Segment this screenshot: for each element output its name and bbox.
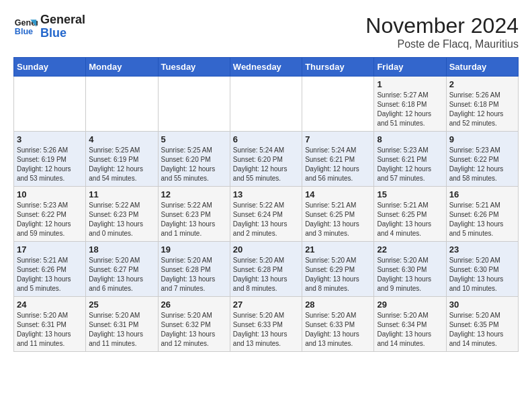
weekday-header: Thursday [302,58,374,77]
calendar-cell: 14Sunrise: 5:21 AM Sunset: 6:25 PM Dayli… [302,187,374,242]
day-info: Sunrise: 5:26 AM Sunset: 6:18 PM Dayligh… [449,91,515,128]
day-info: Sunrise: 5:20 AM Sunset: 6:33 PM Dayligh… [305,311,371,349]
day-number: 3 [17,134,83,144]
day-info: Sunrise: 5:21 AM Sunset: 6:26 PM Dayligh… [449,201,515,238]
calendar-cell: 28Sunrise: 5:20 AM Sunset: 6:33 PM Dayli… [302,297,374,352]
calendar-cell: 5Sunrise: 5:25 AM Sunset: 6:20 PM Daylig… [158,132,230,187]
day-info: Sunrise: 5:20 AM Sunset: 6:34 PM Dayligh… [377,311,443,349]
weekday-header: Monday [86,58,158,77]
day-info: Sunrise: 5:24 AM Sunset: 6:20 PM Dayligh… [233,146,299,183]
page-subtitle: Poste de Flacq, Mauritius [365,38,519,50]
day-info: Sunrise: 5:20 AM Sunset: 6:35 PM Dayligh… [449,311,515,349]
calendar-cell: 11Sunrise: 5:22 AM Sunset: 6:23 PM Dayli… [86,187,158,242]
calendar-header-row: SundayMondayTuesdayWednesdayThursdayFrid… [14,58,519,77]
calendar-cell: 12Sunrise: 5:22 AM Sunset: 6:23 PM Dayli… [158,187,230,242]
day-number: 24 [17,300,83,310]
calendar-cell: 3Sunrise: 5:26 AM Sunset: 6:19 PM Daylig… [14,132,86,187]
day-info: Sunrise: 5:20 AM Sunset: 6:31 PM Dayligh… [89,311,154,349]
day-number: 18 [89,244,154,255]
calendar-cell: 24Sunrise: 5:20 AM Sunset: 6:31 PM Dayli… [14,297,86,352]
calendar-cell: 1Sunrise: 5:27 AM Sunset: 6:18 PM Daylig… [374,77,446,132]
day-number: 21 [305,244,371,255]
day-number: 10 [17,189,83,199]
day-info: Sunrise: 5:20 AM Sunset: 6:28 PM Dayligh… [233,256,299,293]
logo-text-blue: Blue [40,27,85,40]
calendar-cell: 30Sunrise: 5:20 AM Sunset: 6:35 PM Dayli… [446,297,518,352]
day-info: Sunrise: 5:22 AM Sunset: 6:23 PM Dayligh… [161,201,227,238]
day-info: Sunrise: 5:21 AM Sunset: 6:26 PM Dayligh… [17,256,83,293]
day-info: Sunrise: 5:20 AM Sunset: 6:30 PM Dayligh… [377,256,443,293]
weekday-header: Friday [374,58,446,77]
calendar-cell [230,77,302,132]
day-info: Sunrise: 5:25 AM Sunset: 6:20 PM Dayligh… [161,146,227,183]
calendar-cell: 23Sunrise: 5:20 AM Sunset: 6:30 PM Dayli… [446,242,518,297]
day-number: 2 [449,79,515,89]
page-title: November 2024 [365,13,519,38]
weekday-header: Saturday [446,58,518,77]
day-info: Sunrise: 5:21 AM Sunset: 6:25 PM Dayligh… [305,201,371,238]
day-number: 22 [377,244,443,255]
calendar-week-row: 17Sunrise: 5:21 AM Sunset: 6:26 PM Dayli… [14,242,519,297]
day-info: Sunrise: 5:20 AM Sunset: 6:28 PM Dayligh… [161,256,227,293]
day-number: 23 [449,244,515,255]
logo: General Blue General Blue [13,13,85,40]
day-info: Sunrise: 5:24 AM Sunset: 6:21 PM Dayligh… [305,146,371,183]
calendar-cell: 4Sunrise: 5:25 AM Sunset: 6:19 PM Daylig… [86,132,158,187]
calendar-week-row: 3Sunrise: 5:26 AM Sunset: 6:19 PM Daylig… [14,132,519,187]
calendar-cell: 25Sunrise: 5:20 AM Sunset: 6:31 PM Dayli… [86,297,158,352]
calendar-cell: 20Sunrise: 5:20 AM Sunset: 6:28 PM Dayli… [230,242,302,297]
calendar-cell: 8Sunrise: 5:23 AM Sunset: 6:21 PM Daylig… [374,132,446,187]
calendar-cell: 27Sunrise: 5:20 AM Sunset: 6:33 PM Dayli… [230,297,302,352]
day-info: Sunrise: 5:20 AM Sunset: 6:32 PM Dayligh… [161,311,227,349]
calendar-week-row: 1Sunrise: 5:27 AM Sunset: 6:18 PM Daylig… [14,77,519,132]
day-info: Sunrise: 5:25 AM Sunset: 6:19 PM Dayligh… [89,146,154,183]
calendar-cell: 10Sunrise: 5:23 AM Sunset: 6:22 PM Dayli… [14,187,86,242]
day-number: 28 [305,300,371,310]
day-number: 13 [233,189,299,199]
day-number: 7 [305,134,371,144]
day-info: Sunrise: 5:27 AM Sunset: 6:18 PM Dayligh… [377,91,443,128]
calendar-cell: 7Sunrise: 5:24 AM Sunset: 6:21 PM Daylig… [302,132,374,187]
day-info: Sunrise: 5:22 AM Sunset: 6:24 PM Dayligh… [233,201,299,238]
day-number: 12 [161,189,227,199]
calendar-week-row: 24Sunrise: 5:20 AM Sunset: 6:31 PM Dayli… [14,297,519,352]
day-number: 17 [17,244,83,255]
logo-text-general: General [40,13,85,27]
day-number: 29 [377,300,443,310]
calendar-cell: 6Sunrise: 5:24 AM Sunset: 6:20 PM Daylig… [230,132,302,187]
calendar-cell: 2Sunrise: 5:26 AM Sunset: 6:18 PM Daylig… [446,77,518,132]
day-number: 6 [233,134,299,144]
day-info: Sunrise: 5:23 AM Sunset: 6:22 PM Dayligh… [17,201,83,238]
page-header: General Blue General Blue November 2024 … [13,13,519,50]
day-info: Sunrise: 5:23 AM Sunset: 6:22 PM Dayligh… [449,146,515,183]
calendar-cell: 18Sunrise: 5:20 AM Sunset: 6:27 PM Dayli… [86,242,158,297]
calendar-cell: 19Sunrise: 5:20 AM Sunset: 6:28 PM Dayli… [158,242,230,297]
calendar-cell: 15Sunrise: 5:21 AM Sunset: 6:25 PM Dayli… [374,187,446,242]
day-number: 14 [305,189,371,199]
day-number: 9 [449,134,515,144]
calendar-cell [86,77,158,132]
day-number: 26 [161,300,227,310]
calendar-cell: 21Sunrise: 5:20 AM Sunset: 6:29 PM Dayli… [302,242,374,297]
day-info: Sunrise: 5:26 AM Sunset: 6:19 PM Dayligh… [17,146,83,183]
day-info: Sunrise: 5:20 AM Sunset: 6:31 PM Dayligh… [17,311,83,349]
calendar-cell [302,77,374,132]
day-number: 8 [377,134,443,144]
day-number: 16 [449,189,515,199]
calendar-cell: 22Sunrise: 5:20 AM Sunset: 6:30 PM Dayli… [374,242,446,297]
calendar-cell: 26Sunrise: 5:20 AM Sunset: 6:32 PM Dayli… [158,297,230,352]
day-info: Sunrise: 5:22 AM Sunset: 6:23 PM Dayligh… [89,201,154,238]
weekday-header: Tuesday [158,58,230,77]
weekday-header: Wednesday [230,58,302,77]
day-number: 4 [89,134,154,144]
day-info: Sunrise: 5:20 AM Sunset: 6:30 PM Dayligh… [449,256,515,293]
day-info: Sunrise: 5:20 AM Sunset: 6:33 PM Dayligh… [233,311,299,349]
calendar-cell: 16Sunrise: 5:21 AM Sunset: 6:26 PM Dayli… [446,187,518,242]
day-number: 25 [89,300,154,310]
calendar-cell [14,77,86,132]
day-number: 19 [161,244,227,255]
day-number: 20 [233,244,299,255]
day-number: 5 [161,134,227,144]
day-info: Sunrise: 5:20 AM Sunset: 6:27 PM Dayligh… [89,256,154,293]
day-number: 30 [449,300,515,310]
